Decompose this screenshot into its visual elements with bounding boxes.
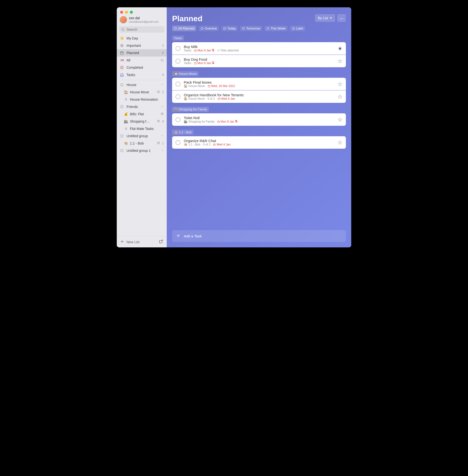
folder-friends[interactable]: Friends <box>117 103 167 110</box>
window-controls <box>117 7 167 16</box>
check-circle-icon <box>120 66 124 70</box>
folder-icon <box>120 149 124 152</box>
star-toggle[interactable] <box>337 140 342 145</box>
complete-toggle[interactable] <box>176 82 180 87</box>
complete-toggle[interactable] <box>176 94 180 99</box>
group-label-house-move[interactable]: 🏠 House Move <box>172 71 199 76</box>
home-icon <box>120 73 124 77</box>
star-toggle[interactable] <box>337 82 342 87</box>
maximize-window-button[interactable] <box>130 11 133 14</box>
sort-label: By List <box>318 16 328 20</box>
task-row[interactable]: Toilet Roll 🏬 Shopping for Family · Mon … <box>172 113 346 126</box>
group-label-shopping[interactable]: 🏬 Shopping for Family <box>172 107 209 112</box>
more-options-button[interactable] <box>337 14 346 22</box>
folder-untitled-group[interactable]: Untitled group <box>117 132 167 140</box>
svg-point-16 <box>341 18 342 19</box>
list-label: Bills: Flat <box>130 112 159 116</box>
svg-point-3 <box>158 91 159 92</box>
group-label-tasks[interactable]: Tasks <box>172 36 184 41</box>
folder-label: Untitled group <box>127 134 159 138</box>
list-shopping-family[interactable]: 🏬 Shopping f… 4 <box>117 118 167 125</box>
task-row[interactable]: Organize Handbook for New Tenants 🏠 Hous… <box>172 90 346 103</box>
filter-all-planned[interactable]: All Planned <box>172 26 196 31</box>
svg-point-15 <box>340 18 340 19</box>
list-flat-mate-tasks[interactable]: Flat Mate Tasks <box>117 125 167 132</box>
sidebar-item-tasks[interactable]: Tasks 4 <box>117 71 167 78</box>
filter-this-week[interactable]: This Week <box>264 26 287 31</box>
task-row[interactable]: Buy Milk Tasks · Mon 9 Jan · Files attac… <box>172 42 346 55</box>
list-icon <box>124 98 128 101</box>
sidebar-footer: New List <box>117 236 167 247</box>
complete-toggle[interactable] <box>176 117 180 122</box>
sidebar-item-label: Important <box>127 44 160 47</box>
folder-untitled-group-1[interactable]: Untitled group 1 <box>117 147 167 154</box>
task-title: Toilet Roll <box>184 116 334 120</box>
task-meta: 🏬 Shopping for Family · Mon 9 Jan <box>184 120 334 123</box>
count-badge: 4 <box>162 120 164 123</box>
task-row[interactable]: Buy Dog Food Tasks · Mon 9 Jan <box>172 55 346 67</box>
complete-toggle[interactable] <box>176 59 180 64</box>
filter-label: All Planned <box>178 27 194 30</box>
profile-section[interactable]: ces dal cesidalessio@gmail.com <box>117 16 167 26</box>
svg-point-6 <box>161 113 162 114</box>
folder-house[interactable]: House <box>117 81 167 88</box>
chevron-down-icon <box>161 134 164 138</box>
task-list-name: 1:1 - Bob <box>189 143 200 146</box>
ellipsis-icon <box>339 16 343 20</box>
content-area: Tasks Buy Milk Tasks · Mon 9 Jan · Files… <box>167 34 351 230</box>
due-date: Wed 4 Jan <box>218 97 235 101</box>
folder-label: Friends <box>127 105 159 109</box>
close-icon[interactable] <box>330 16 332 20</box>
plus-icon <box>176 233 180 239</box>
group-label-bob[interactable]: 👏🏼 1:1 - Bob <box>172 130 193 135</box>
folder-icon <box>120 105 124 108</box>
filter-later[interactable]: Later <box>290 26 306 31</box>
search-box[interactable] <box>119 26 164 33</box>
svg-rect-21 <box>243 28 245 29</box>
task-list-name: Shopping for Family <box>189 120 215 123</box>
sidebar-item-important[interactable]: Important 2 <box>117 42 167 49</box>
svg-point-17 <box>342 18 343 19</box>
svg-point-4 <box>159 91 160 92</box>
list-1-1-bob[interactable]: 👏🏼 1:1 - Bob 1 <box>117 140 167 147</box>
sidebar-item-planned[interactable]: Planned 6 <box>117 49 167 57</box>
complete-toggle[interactable] <box>176 46 180 51</box>
task-title: Buy Dog Food <box>184 57 334 61</box>
task-meta: 👏🏼 1:1 - Bob · 0 of 2 · Wed 4 Jan <box>184 143 334 146</box>
attachment-badge: Files attached <box>217 49 239 52</box>
new-group-button[interactable] <box>159 239 163 245</box>
star-toggle[interactable] <box>337 94 342 99</box>
new-list-label: New List <box>127 240 140 244</box>
subtask-progress: 0 of 2 <box>203 143 210 146</box>
svg-rect-29 <box>214 144 216 145</box>
task-title: Organize R&R Chat <box>184 139 334 143</box>
star-toggle[interactable] <box>337 59 342 64</box>
list-emoji: 🏠 <box>184 84 188 88</box>
add-task-input[interactable]: Add a Task <box>172 230 346 242</box>
sidebar-item-completed[interactable]: Completed <box>117 64 167 71</box>
search-input[interactable] <box>127 28 162 31</box>
sidebar-item-myday[interactable]: ☀️ My Day <box>117 35 167 42</box>
svg-rect-27 <box>218 98 220 100</box>
sort-by-list-button[interactable]: By List <box>315 14 335 22</box>
filter-overdue[interactable]: Overdue <box>199 26 219 31</box>
filter-label: Later <box>296 27 304 30</box>
filter-tomorrow[interactable]: Tomorrow <box>240 26 262 31</box>
star-toggle[interactable] <box>337 117 342 122</box>
close-window-button[interactable] <box>120 11 123 14</box>
app-window: ces dal cesidalessio@gmail.com ☀️ My Day… <box>117 7 351 247</box>
complete-toggle[interactable] <box>176 140 180 145</box>
star-toggle[interactable] <box>337 46 342 51</box>
list-house-move[interactable]: 🏠 House Move 2 <box>117 88 167 96</box>
list-bills-flat[interactable]: 💰 Bills: Flat <box>117 110 167 118</box>
task-row[interactable]: Organize R&R Chat 👏🏼 1:1 - Bob · 0 of 2 … <box>172 136 346 149</box>
filter-today[interactable]: Today <box>221 26 238 31</box>
list-house-renovation[interactable]: House Renovation <box>117 96 167 103</box>
new-list-button[interactable]: New List <box>120 240 140 244</box>
minimize-window-button[interactable] <box>125 11 128 14</box>
sidebar-item-all[interactable]: All 11 <box>117 57 167 64</box>
filter-label: Tomorrow <box>246 27 260 30</box>
task-row[interactable]: Pack Final boxes 🏠 House Move · Wed, 16 … <box>172 78 346 90</box>
sidebar-item-label: Planned <box>127 51 160 55</box>
date-filter-bar: All Planned Overdue Today Tomorrow This … <box>167 23 351 34</box>
